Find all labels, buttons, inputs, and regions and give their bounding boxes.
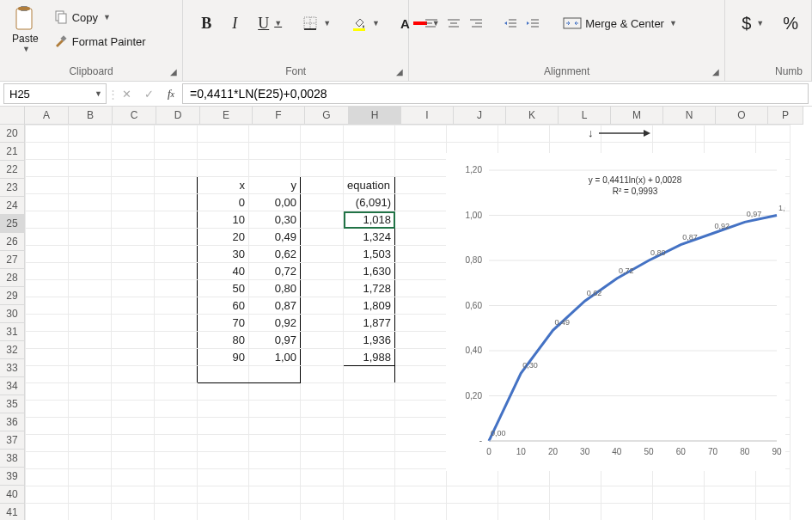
cell[interactable]: [344, 143, 395, 160]
cell[interactable]: [601, 504, 653, 521]
cell[interactable]: 0,49: [249, 229, 301, 246]
cell[interactable]: [26, 143, 69, 160]
cell[interactable]: [69, 315, 112, 332]
cell[interactable]: [301, 229, 344, 246]
column-header[interactable]: E: [200, 107, 253, 125]
alignment-launcher-icon[interactable]: ◢: [711, 67, 721, 77]
cell[interactable]: [69, 452, 112, 469]
cell[interactable]: [601, 486, 653, 504]
cell[interactable]: [112, 229, 155, 246]
cell[interactable]: 1,877: [344, 315, 395, 332]
column-header[interactable]: G: [305, 107, 349, 125]
format-painter-button[interactable]: Format Painter: [47, 30, 152, 52]
formula-input[interactable]: [188, 86, 803, 101]
cell[interactable]: [26, 297, 69, 315]
cell[interactable]: [395, 349, 447, 366]
cell[interactable]: [653, 125, 705, 143]
cell[interactable]: [301, 297, 344, 315]
cell[interactable]: [705, 125, 756, 143]
cell[interactable]: [69, 177, 112, 194]
cell[interactable]: [395, 452, 447, 469]
row-header[interactable]: 35: [0, 395, 25, 413]
cell[interactable]: [112, 418, 155, 435]
cell[interactable]: [395, 418, 447, 435]
cell[interactable]: [155, 435, 198, 452]
cell[interactable]: [26, 504, 69, 521]
cell[interactable]: [69, 160, 112, 177]
cell[interactable]: [249, 401, 301, 418]
row-header[interactable]: 31: [0, 323, 25, 341]
row-header[interactable]: 25: [0, 215, 25, 233]
cell[interactable]: 1,018: [344, 211, 395, 229]
cell[interactable]: [155, 263, 198, 280]
cell[interactable]: [155, 452, 198, 469]
cell[interactable]: [155, 297, 198, 315]
underline-button[interactable]: U▼: [252, 11, 288, 36]
currency-format-button[interactable]: $▼: [736, 10, 770, 37]
name-box-input[interactable]: [8, 87, 71, 101]
enter-formula-button[interactable]: ✓: [137, 84, 160, 103]
fill-color-button[interactable]: ▼: [345, 12, 386, 34]
cell[interactable]: [395, 280, 447, 297]
cell[interactable]: [249, 504, 301, 521]
cell[interactable]: [301, 435, 344, 452]
cell[interactable]: [301, 469, 344, 486]
cell[interactable]: [155, 315, 198, 332]
cell[interactable]: [69, 246, 112, 263]
cell[interactable]: [344, 452, 395, 469]
row-header[interactable]: 23: [0, 179, 25, 197]
cell[interactable]: [447, 486, 498, 504]
row-header[interactable]: 22: [0, 161, 25, 179]
cancel-formula-button[interactable]: ✕: [115, 84, 137, 103]
clipboard-launcher-icon[interactable]: ◢: [168, 67, 179, 77]
column-header[interactable]: P: [768, 107, 803, 125]
cell[interactable]: [26, 349, 69, 366]
cell[interactable]: [198, 160, 249, 177]
cell[interactable]: [69, 366, 112, 383]
row-header[interactable]: 37: [0, 431, 25, 450]
cell[interactable]: [344, 401, 395, 418]
cell[interactable]: [249, 452, 301, 469]
cell[interactable]: [112, 143, 155, 160]
row-header[interactable]: 26: [0, 233, 25, 251]
cell[interactable]: 0,30: [249, 211, 301, 229]
cell[interactable]: [395, 263, 447, 280]
cell[interactable]: [112, 486, 155, 504]
cell[interactable]: [344, 486, 395, 504]
row-header[interactable]: 34: [0, 377, 25, 395]
cell[interactable]: [155, 366, 198, 383]
cell[interactable]: [344, 125, 395, 143]
row-header[interactable]: 32: [0, 341, 25, 359]
cell[interactable]: [447, 504, 498, 521]
paste-button[interactable]: Paste ▼: [7, 3, 44, 55]
cell[interactable]: [26, 125, 69, 143]
cell[interactable]: [301, 504, 344, 521]
cell[interactable]: [447, 469, 498, 486]
cell[interactable]: [69, 383, 112, 401]
cell[interactable]: [155, 383, 198, 401]
cell[interactable]: [112, 263, 155, 280]
cell[interactable]: [395, 194, 447, 211]
cell[interactable]: [249, 486, 301, 504]
row-header[interactable]: 41: [0, 504, 25, 520]
cell[interactable]: [155, 246, 198, 263]
cell[interactable]: [26, 160, 69, 177]
cell[interactable]: [69, 125, 112, 143]
cell[interactable]: [198, 401, 249, 418]
cell[interactable]: [26, 486, 69, 504]
cell[interactable]: [249, 160, 301, 177]
align-right-button[interactable]: [466, 14, 486, 33]
name-box[interactable]: ▼: [3, 83, 107, 104]
cell[interactable]: [301, 177, 344, 194]
cell[interactable]: [26, 229, 69, 246]
column-header[interactable]: J: [454, 107, 506, 125]
formula-input-wrap[interactable]: [182, 83, 809, 104]
cell[interactable]: [550, 504, 601, 521]
cell[interactable]: [112, 452, 155, 469]
cell[interactable]: [344, 435, 395, 452]
cell[interactable]: [344, 366, 395, 383]
align-center-button[interactable]: [443, 14, 464, 33]
cell[interactable]: [198, 486, 249, 504]
cell[interactable]: [26, 177, 69, 194]
cell[interactable]: [301, 383, 344, 401]
